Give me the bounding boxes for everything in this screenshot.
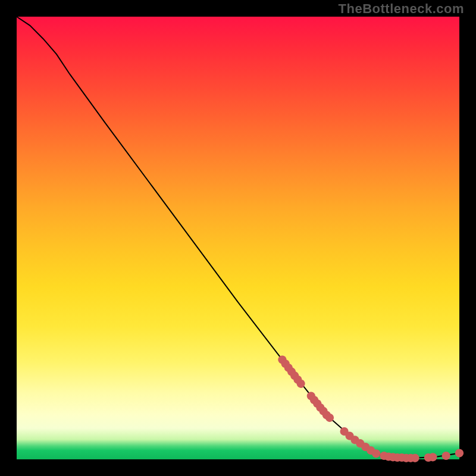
- data-dot: [411, 454, 419, 462]
- plot-svg: [17, 17, 459, 459]
- data-dot: [325, 414, 334, 422]
- data-dot: [372, 449, 380, 458]
- data-dot: [442, 452, 450, 460]
- data-dots: [278, 356, 464, 462]
- bottleneck-curve: [17, 17, 459, 458]
- chart-stage: TheBottleneck.com: [0, 0, 476, 476]
- data-dot: [428, 453, 437, 461]
- data-dot: [297, 380, 305, 388]
- watermark-text: TheBottleneck.com: [339, 1, 464, 17]
- plot-area: [17, 17, 459, 459]
- data-dot: [455, 449, 464, 458]
